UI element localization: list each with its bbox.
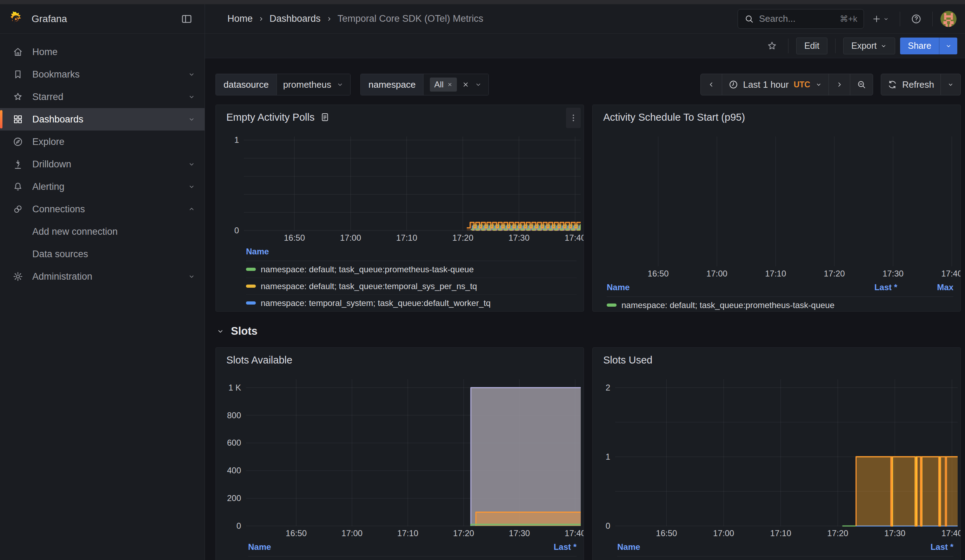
chart-canvas[interactable]: 16:5017:0017:1017:2017:3017:4001 [216, 127, 584, 243]
avatar-pixel-art [940, 11, 957, 27]
sidebar-item-explore[interactable]: Explore [0, 131, 204, 153]
timezone-label: UTC [794, 80, 810, 90]
legend-col-1[interactable]: Last * [520, 542, 577, 552]
link-icon [13, 204, 23, 214]
sidebar-item-data-sources[interactable]: Data sources [0, 243, 204, 265]
chart-canvas[interactable]: 16:5017:0017:1017:2017:3017:400200400600… [216, 370, 584, 539]
dock-menu-button[interactable] [178, 10, 195, 28]
legend-series-label[interactable]: namespace: default; task_queue:prometheu… [261, 264, 577, 274]
sidebar-nav: HomeBookmarksStarredDashboardsExploreDri… [0, 34, 205, 560]
search-box[interactable]: ⌘+k [738, 9, 864, 29]
legend-col-1[interactable]: Last * [897, 542, 954, 552]
section-collapse-button[interactable]: Slots [216, 325, 258, 338]
edit-button[interactable]: Edit [796, 38, 828, 54]
user-avatar[interactable] [940, 11, 957, 27]
panel-title[interactable]: Slots Used [603, 354, 653, 366]
namespace-label: namespace [361, 74, 423, 95]
time-shift-forward-button[interactable] [829, 73, 850, 95]
legend-col-name[interactable]: Name [246, 247, 577, 256]
grafana-logo [8, 11, 24, 27]
chevRight-icon [835, 80, 844, 89]
chart-canvas[interactable]: 16:5017:0017:1017:2017:3017:40012 [593, 370, 960, 539]
panel-title[interactable]: Slots Available [226, 354, 292, 366]
refresh-button[interactable]: Refresh [881, 73, 941, 95]
panel-title[interactable]: Activity Schedule To Start (p95) [603, 112, 745, 123]
legend-series-label[interactable]: namespace: default; task_queue:prometheu… [622, 300, 841, 310]
share-split-button: Share [900, 38, 957, 54]
namespace-select[interactable]: All [423, 74, 489, 95]
share-menu-button[interactable] [939, 38, 957, 54]
legend-row[interactable]: namespace: default; task_queue:prometheu… [617, 557, 954, 560]
chevDown-icon [188, 273, 195, 280]
sidebar-item-label: Dashboards [32, 114, 178, 125]
sidebar-item-alerting[interactable]: Alerting [0, 175, 204, 198]
dashboard-canvas: datasource prometheus namespace All [205, 58, 965, 560]
x-tick-label: 17:00 [342, 528, 363, 538]
favorite-button[interactable] [764, 38, 780, 54]
share-button[interactable]: Share [900, 38, 939, 54]
chevDown-icon [188, 93, 195, 101]
legend-row[interactable]: namespace: default; task_queue:temporal_… [246, 278, 577, 295]
help-button[interactable] [908, 11, 925, 28]
legend-row[interactable]: namespace: default; task_queue:prometheu… [607, 297, 954, 311]
legend-series-label[interactable]: namespace: default; task_queue:temporal_… [261, 281, 577, 291]
time-zoom-out-button[interactable] [850, 73, 873, 95]
namespace-clear-button[interactable] [462, 81, 469, 88]
zoomOut-icon [857, 80, 867, 90]
legend-col-name[interactable]: Name [617, 542, 897, 552]
datasource-label: datasource [216, 74, 276, 95]
sidebar-item-dashboards[interactable]: Dashboards [0, 108, 204, 131]
divider [835, 39, 836, 53]
x-tick-label: 17:10 [765, 269, 786, 278]
search-input[interactable] [759, 13, 835, 24]
panel-header: Empty Activity Polls [216, 105, 584, 127]
y-tick-label: 1 [606, 452, 610, 461]
question-icon [911, 13, 922, 24]
sidebar-item-drilldown[interactable]: Drilldown [0, 153, 204, 175]
x-tick-label: 17:10 [770, 528, 791, 538]
breadcrumb-home[interactable]: Home [227, 13, 253, 24]
search-icon [744, 14, 754, 24]
breadcrumb-dashboards[interactable]: Dashboards [270, 13, 321, 24]
time-range-button[interactable]: Last 1 hour UTC [722, 73, 829, 95]
chart-legend: NameLast *namespace: default; task_queue… [216, 539, 584, 560]
sidebar-item-bookmarks[interactable]: Bookmarks [0, 63, 204, 86]
legend-header: NameLast * [617, 540, 954, 557]
refresh-interval-button[interactable] [941, 73, 961, 95]
datasource-select[interactable]: prometheus [276, 74, 350, 95]
sidebar-item-add-new-connection[interactable]: Add new connection [0, 220, 204, 243]
legend-col-name[interactable]: Name [607, 282, 841, 292]
legend-row[interactable]: namespace: default; task_queue:prometheu… [246, 261, 577, 278]
legend-col-2[interactable]: Max [897, 282, 954, 292]
x-tick-label: 17:40 [942, 528, 960, 538]
legend-row[interactable]: namespace: default; task_queue:prometheu… [248, 557, 577, 560]
namespace-chip[interactable]: All [430, 78, 457, 91]
y-tick-label: 1 [234, 135, 239, 145]
chevDown-icon [474, 81, 482, 88]
legend-series-label[interactable]: namespace: temporal_system; task_queue:d… [261, 298, 577, 308]
chart-canvas[interactable]: 16:5017:0017:1017:2017:3017:40 [593, 127, 960, 279]
legend-row[interactable]: namespace: temporal_system; task_queue:d… [246, 295, 577, 311]
y-tick-label: 800 [227, 410, 241, 420]
chevDown-icon [188, 116, 195, 123]
chevDown-icon [188, 160, 195, 168]
legend-col-1[interactable]: Last * [841, 282, 897, 292]
sidebar-item-starred[interactable]: Starred [0, 86, 204, 108]
panel-menu-button[interactable] [566, 108, 581, 128]
export-button[interactable]: Export [843, 38, 895, 54]
x-tick-label: 17:20 [827, 528, 848, 538]
x-tick-label: 17:40 [564, 528, 584, 538]
panel-title[interactable]: Empty Activity Polls [226, 112, 314, 123]
sidebar-item-connections[interactable]: Connections [0, 198, 204, 220]
star-icon [13, 91, 23, 102]
row-slots: Slots [216, 321, 961, 342]
legend-col-name[interactable]: Name [248, 542, 520, 552]
sidebar-item-administration[interactable]: Administration [0, 265, 204, 288]
sidebar-item-label: Starred [32, 91, 178, 103]
new-button[interactable] [869, 11, 892, 27]
legend-header: Name [246, 245, 577, 261]
sidebar-item-home[interactable]: Home [0, 41, 204, 63]
y-tick-label: 600 [227, 438, 241, 447]
time-shift-back-button[interactable] [700, 73, 722, 95]
chevDown-icon [947, 81, 954, 88]
